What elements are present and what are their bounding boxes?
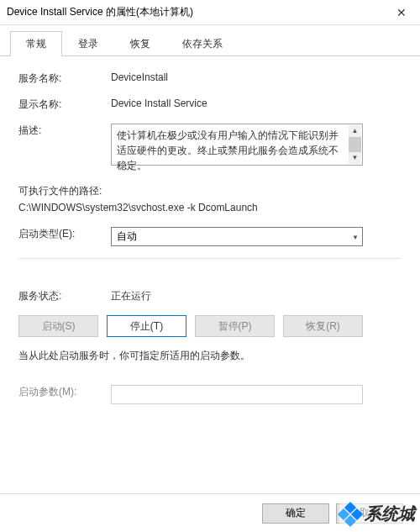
service-control-buttons: 启动(S) 停止(T) 暂停(P) 恢复(R) — [18, 315, 402, 337]
description-label: 描述: — [18, 124, 111, 138]
chevron-down-icon: ▼ — [352, 233, 359, 240]
service-status-value: 正在运行 — [111, 289, 402, 303]
description-text: 使计算机在极少或没有用户输入的情况下能识别并适应硬件的更改。终止或禁用此服务会造… — [117, 128, 348, 173]
start-params-input — [111, 385, 363, 404]
tab-dependencies[interactable]: 依存关系 — [166, 31, 239, 56]
startup-type-select[interactable]: 自动 ▼ — [111, 227, 363, 246]
exe-path-value: C:\WINDOWS\system32\svchost.exe -k DcomL… — [18, 202, 402, 213]
service-status-label: 服务状态: — [18, 289, 111, 303]
tab-recovery[interactable]: 恢复 — [114, 31, 166, 56]
scroll-down-icon[interactable]: ▼ — [349, 152, 361, 164]
titlebar: Device Install Service 的属性(本地计算机) ✕ — [0, 0, 420, 25]
tab-bar: 常规 登录 恢复 依存关系 — [0, 25, 420, 56]
close-icon: ✕ — [396, 6, 407, 19]
pause-button: 暂停(P) — [195, 315, 275, 337]
start-params-label: 启动参数(M): — [18, 385, 111, 399]
watermark: 系统城 — [339, 503, 420, 525]
startup-type-value: 自动 — [117, 229, 137, 244]
ok-button[interactable]: 确定 — [262, 503, 329, 524]
resume-button: 恢复(R) — [283, 315, 363, 337]
divider — [18, 258, 402, 259]
content-panel: 服务名称: DeviceInstall 显示名称: Device Install… — [0, 56, 420, 424]
stop-button[interactable]: 停止(T) — [107, 315, 186, 337]
scrollbar-thumb[interactable] — [349, 137, 361, 154]
window-title: Device Install Service 的属性(本地计算机) — [7, 5, 193, 19]
startup-hint: 当从此处启动服务时，你可指定所适用的启动参数。 — [18, 349, 402, 363]
start-button: 启动(S) — [18, 315, 98, 337]
exe-path-label: 可执行文件的路径: — [18, 184, 402, 198]
service-name-label: 服务名称: — [18, 71, 111, 86]
scroll-up-icon[interactable]: ▲ — [349, 125, 361, 137]
display-name-label: 显示名称: — [18, 97, 111, 112]
watermark-text: 系统城 — [365, 503, 415, 525]
tab-general[interactable]: 常规 — [10, 31, 62, 56]
service-name-value: DeviceInstall — [111, 71, 402, 83]
tab-logon[interactable]: 登录 — [62, 31, 114, 56]
description-box[interactable]: 使计算机在极少或没有用户输入的情况下能识别并适应硬件的更改。终止或禁用此服务会造… — [111, 124, 363, 166]
watermark-icon — [339, 503, 361, 525]
close-button[interactable]: ✕ — [382, 0, 420, 25]
startup-type-label: 启动类型(E): — [18, 227, 111, 241]
display-name-value: Device Install Service — [111, 97, 402, 109]
